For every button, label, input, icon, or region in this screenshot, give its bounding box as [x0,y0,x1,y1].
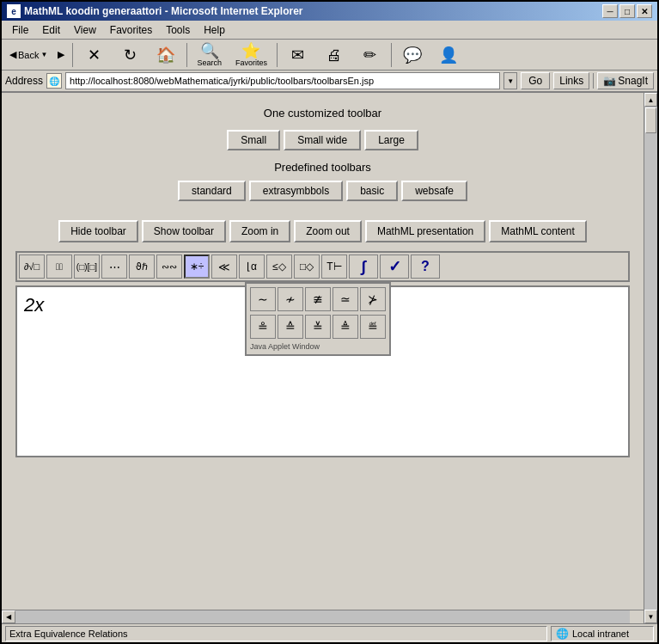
title-bar: e MathML koodin generaattori - Microsoft… [2,2,657,21]
close-button[interactable]: ✕ [637,4,652,18]
popup-btn-sim[interactable]: ∼ [250,287,276,311]
main-area: One customized toolbar Small Small wide … [2,93,657,623]
refresh-icon: ↻ [124,47,137,63]
forward-arrow-icon: ▶ [58,49,64,60]
math-btn-floor[interactable]: ⌊α [239,255,265,279]
refresh-button[interactable]: ↻ [113,42,147,68]
websafe-button[interactable]: websafe [401,181,467,201]
minimize-button[interactable]: ─ [602,4,618,18]
stop-button[interactable]: ✕ [76,42,111,68]
predefined-title: Predefined toolbars [274,161,371,174]
zone-icon: 🌐 [555,627,569,641]
h-scroll-left-button[interactable]: ◀ [2,610,15,623]
status-zone: Local intranet [572,629,629,639]
scroll-track [644,107,657,610]
window-title: MathML koodin generaattori - Microsoft I… [24,5,302,17]
math-btn-check[interactable]: ✓ [380,255,409,279]
edit-button[interactable]: ✏ [353,42,387,68]
menu-file[interactable]: File [5,22,35,38]
links-button[interactable]: Links [553,72,589,89]
menu-help[interactable]: Help [197,22,232,38]
status-zone-pane: 🌐 Local intranet [551,626,654,641]
popup-btn-eq2[interactable]: ≙ [278,315,303,339]
large-button[interactable]: Large [364,130,418,150]
popup-btn-ncong[interactable]: ≇ [305,287,331,311]
favorites-button[interactable]: ⭐ Favorites [229,42,273,68]
popup-btn-eq4[interactable]: ≜ [333,315,358,339]
math-btn-greek[interactable]: ϑℏ [129,255,155,279]
print-button[interactable]: 🖨 [317,42,351,68]
search-button[interactable]: 🔍 Search [191,42,228,68]
back-button[interactable]: ◀ Back ▼ [5,42,52,68]
extrasymbols-button[interactable]: extrasymbbols [249,181,343,201]
mathml-content-button[interactable]: MathML content [489,220,587,242]
horizontal-scrollbar: ◀ [2,610,644,623]
home-icon: 🏠 [156,47,175,63]
address-bar: Address 🌐 ▼ Go Links 📷 SnagIt [2,71,657,93]
basic-button[interactable]: basic [346,181,398,201]
math-btn-rel[interactable]: ≤◇ [266,255,292,279]
small-wide-button[interactable]: Small wide [284,130,361,150]
math-btn-help[interactable]: ? [411,255,440,279]
search-icon: 🔍 [200,43,219,58]
math-btn-arrows[interactable]: ≪ [211,255,237,279]
math-btn-dots[interactable]: ⋯ [101,255,127,279]
dropdown-popup: ∼ ≁ ≇ ≃ ⊁ ≗ ≙ ≚ ≜ ≝ Jav [245,282,391,356]
menu-tools[interactable]: Tools [159,22,197,38]
back-arrow-icon: ◀ [9,49,16,60]
math-btn-radical[interactable]: ∂√□ [19,255,45,279]
math-btn-fenced[interactable]: (□)[□] [74,255,100,279]
math-btn-misc[interactable]: □◇ [294,255,320,279]
action-button-group: Hide toolbar Show toolbar Zoom in Zoom o… [58,220,587,242]
scroll-thumb[interactable] [645,107,656,133]
menu-favorites[interactable]: Favorites [103,22,159,38]
snagit-button[interactable]: 📷 SnagIt [597,72,654,89]
address-input[interactable] [65,72,500,89]
popup-btn-eq5[interactable]: ≝ [360,315,386,339]
popup-btn-simeq[interactable]: ≃ [333,287,358,311]
print-icon: 🖨 [326,47,342,63]
address-page-icon: 🌐 [46,73,62,89]
small-button[interactable]: Small [227,130,280,150]
discuss-button[interactable]: 💬 [395,42,430,68]
maximize-button[interactable]: □ [619,4,635,18]
popup-btn-eq3[interactable]: ≚ [305,315,331,339]
popup-btn-eq1[interactable]: ≗ [250,315,276,339]
scroll-down-button[interactable]: ▼ [644,610,657,623]
hide-toolbar-button[interactable]: Hide toolbar [58,220,138,242]
menu-edit[interactable]: Edit [35,22,67,38]
zoom-in-button[interactable]: Zoom in [229,220,290,242]
separator-1 [72,43,73,67]
h-scroll-corner [630,610,644,623]
discuss-icon: 💬 [403,47,422,63]
show-toolbar-button[interactable]: Show toolbar [142,220,226,242]
ie-icon: e [7,4,21,18]
popup-btn-nsim[interactable]: ≁ [278,287,303,311]
standard-button[interactable]: standard [178,181,246,201]
math-btn-ops[interactable]: ∗÷ [184,255,210,279]
main-window: e MathML koodin generaattori - Microsoft… [0,0,659,644]
separator-3 [277,43,278,67]
separator-2 [186,43,187,67]
menu-view[interactable]: View [67,22,103,38]
status-message: Extra Equivalence Relations [9,629,128,639]
popup-btn-nsucc[interactable]: ⊁ [360,287,386,311]
mail-button[interactable]: ✉ [281,42,315,68]
math-toolbar: ∂√□ ⬚⃞ (□)[□] ⋯ ϑℏ ∾∾ ∗÷ ≪ ⌊α ≤◇ □◇ T⊢ ∫… [15,251,630,282]
math-btn-over[interactable]: ⬚⃞ [46,255,72,279]
mathml-presentation-button[interactable]: MathML presentation [365,220,485,242]
forward-button[interactable]: ▶ [53,42,69,68]
math-btn-integral[interactable]: ∫ [349,255,378,279]
go-button[interactable]: Go [521,72,550,89]
h-scroll-track [15,610,630,623]
messenger-button[interactable]: 👤 [431,42,466,68]
search-label: Search [197,58,222,67]
status-bar: Extra Equivalence Relations 🌐 Local intr… [2,623,657,642]
math-btn-tilde[interactable]: ∾∾ [156,255,182,279]
home-button[interactable]: 🏠 [149,42,183,68]
zoom-out-button[interactable]: Zoom out [294,220,362,242]
scroll-up-button[interactable]: ▲ [644,93,657,107]
messenger-icon: 👤 [439,47,458,63]
math-btn-logic[interactable]: T⊢ [321,255,347,279]
address-dropdown-button[interactable]: ▼ [503,72,517,89]
